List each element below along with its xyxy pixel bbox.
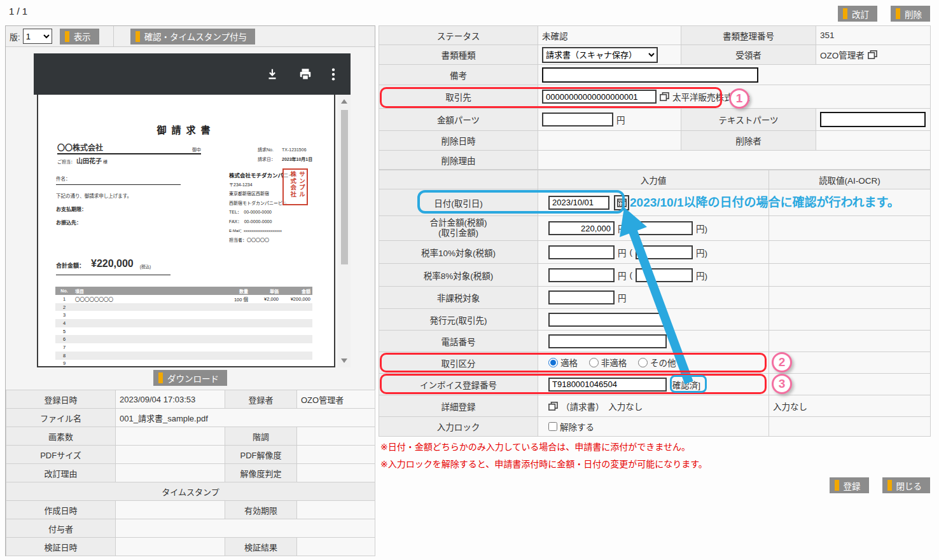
total-label: 合計金額： <box>56 261 85 270</box>
radio-nonqualified[interactable]: 非適格 <box>589 356 627 369</box>
category-ocr-value <box>769 352 931 374</box>
yen-label: 円 <box>618 222 627 235</box>
company-stamp: サンプル株式会社 <box>282 168 308 205</box>
reg-date-value: 2023/09/04 17:03:53 <box>116 390 225 409</box>
issuer-mail: E-Mail：xxxxxxxxxxxxxxxxxxxx <box>229 226 294 236</box>
total-amount-sublabel: (取引金額) <box>438 228 478 238</box>
col-amount: 金額 <box>281 287 312 295</box>
radio-other[interactable]: その他 <box>638 356 676 369</box>
grantor-label: 付与者 <box>6 519 116 538</box>
amount-part-input[interactable] <box>542 113 613 126</box>
show-button[interactable]: 表示 <box>60 29 99 44</box>
phone-ocr-value <box>769 331 931 352</box>
table-row: 書類種類 請求書（スキャナ保存） 受領者 OZO管理者 <box>379 45 931 65</box>
issuer-input[interactable] <box>548 313 667 327</box>
item-no: 8 <box>55 352 73 360</box>
created-label: 作成日時 <box>6 501 116 519</box>
tax10-amount-input[interactable] <box>548 245 615 259</box>
item-row: 8 <box>55 352 312 360</box>
doc-no-value: 351 <box>816 26 931 45</box>
ocr-values-table: 入力値 読取値(AI-OCR) 日付(取引日) 合計金額(税額)(取引金額) <box>379 170 931 437</box>
close-button[interactable]: 閉じる <box>882 477 931 493</box>
radio-qualified-input[interactable] <box>548 358 558 367</box>
date-input[interactable] <box>548 196 609 210</box>
confirmed-status: [確認済] <box>670 378 700 391</box>
popup-icon[interactable] <box>660 92 669 101</box>
partner-name: 太平洋販売株式会社 <box>672 90 750 103</box>
receiver-label: 受領者 <box>681 45 816 65</box>
item-no: 4 <box>55 319 73 327</box>
radio-qualified[interactable]: 適格 <box>548 356 578 369</box>
pdf-scrollbar[interactable] <box>338 95 351 367</box>
more-menu-icon[interactable] <box>331 67 335 81</box>
phone-input[interactable] <box>548 334 667 348</box>
delete-label: 削除 <box>905 8 922 20</box>
table-row: 検証日時 検証結果 <box>6 538 375 556</box>
pdf-res-value <box>297 446 375 464</box>
tax10-tax-input[interactable] <box>636 245 693 259</box>
table-row: 入力ロック 解除する <box>379 417 931 437</box>
popup-icon[interactable] <box>868 50 877 59</box>
version-select[interactable]: 1 <box>23 29 52 44</box>
pdf-body: 御請求書 〇〇株式会社 御中 ご担当： 山田花子 様 請求No.TX-12315… <box>34 95 351 367</box>
print-icon[interactable] <box>298 67 312 81</box>
text-part-input[interactable] <box>820 112 926 127</box>
calendar-button[interactable] <box>614 195 629 210</box>
grantor-value <box>116 519 375 538</box>
item-no: 5 <box>55 327 73 336</box>
scrollbar-thumb[interactable] <box>341 110 348 264</box>
unlock-checkbox-input[interactable] <box>548 422 557 431</box>
reg-by-label: 登録者 <box>225 390 297 409</box>
date-ocr-value <box>769 189 931 216</box>
doc-type-select[interactable]: 請求書（スキャナ保存） <box>542 47 658 63</box>
download-button[interactable]: ダウンロード <box>153 370 227 386</box>
col-qty: 数量 <box>211 287 250 295</box>
total-amount-input[interactable] <box>548 221 615 235</box>
download-icon[interactable] <box>265 67 279 81</box>
expiry-value <box>297 501 375 519</box>
res-judge-label: 解像度判定 <box>225 464 297 482</box>
phone-label: 電話番号 <box>379 331 538 352</box>
contact-label: ご担当： <box>57 160 75 164</box>
note-line: ※日付・金額どちらかのみ入力している場合は、申請書に添付ができません。 <box>380 439 707 456</box>
tax8-tax-input[interactable] <box>636 268 693 282</box>
note-line: ※入力ロックを解除すると、申請書添付時に金額・日付の変更が可能になります。 <box>380 456 707 473</box>
scroll-up-icon[interactable] <box>341 99 347 104</box>
rev-reason-label: 改訂理由 <box>6 464 116 482</box>
tax10-label: 税率10%対象(税額) <box>379 241 538 264</box>
register-button[interactable]: 登録 <box>830 477 869 493</box>
items-header-row: No. 項目 数量 単価 金額 <box>55 287 312 295</box>
stamp-button[interactable]: 確認・タイムスタンプ付与 <box>130 29 255 44</box>
scroll-down-icon[interactable] <box>341 359 347 363</box>
radio-other-input[interactable] <box>638 358 648 367</box>
caution-notes: ※日付・金額どちらかのみ入力している場合は、申請書に添付ができません。 ※入力ロ… <box>380 439 707 474</box>
radio-nonqualified-input[interactable] <box>589 358 599 367</box>
radio-label: 非適格 <box>601 356 627 369</box>
calendar-icon <box>617 198 627 207</box>
receiver-value: OZO管理者 <box>820 48 865 61</box>
taxfree-input[interactable] <box>548 290 615 304</box>
popup-icon[interactable] <box>548 402 558 411</box>
table-row: 取引先 太平洋販売株式会社 <box>379 85 931 109</box>
pixels-value <box>116 427 225 446</box>
invoice-reg-no-input[interactable] <box>548 378 667 392</box>
note-input[interactable] <box>542 67 758 83</box>
detail-ocr-value: 入力なし <box>769 395 931 417</box>
delete-button[interactable]: 削除 <box>891 6 930 22</box>
unlock-label: 解除する <box>560 420 594 433</box>
partner-code-input[interactable] <box>542 90 657 104</box>
verify-date-label: 検証日時 <box>6 538 116 556</box>
yen-label: 円 <box>618 269 627 282</box>
reg-by-value: OZO管理者 <box>297 390 375 409</box>
pdf-size-value <box>116 446 225 464</box>
paren-open: ( <box>630 224 633 233</box>
table-row: 電話番号 <box>379 331 931 352</box>
unlock-checkbox[interactable]: 解除する <box>548 420 594 433</box>
revise-button[interactable]: 改訂 <box>838 6 877 22</box>
total-tax-input[interactable] <box>636 221 693 235</box>
col-item: 項目 <box>73 287 211 295</box>
file-meta-table: 登録日時 2023/09/04 17:03:53 登録者 OZO管理者 ファイル… <box>6 390 375 556</box>
tax8-amount-input[interactable] <box>548 268 615 282</box>
table-row: ファイル名 001_請求書_sample.pdf <box>6 409 375 427</box>
invoice-meta: 請求No.TX-1231506 請求日：2023年10月1日 <box>258 145 312 164</box>
